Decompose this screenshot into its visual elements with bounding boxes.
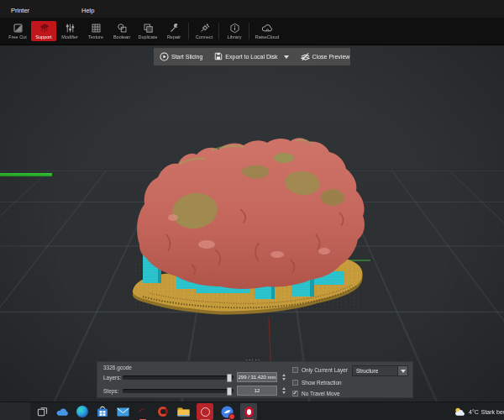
- toolbar-separator: [218, 23, 219, 39]
- viewport-3d-canvas[interactable]: [0, 45, 504, 402]
- windows-taskbar: 4°C Stark bewölkt: [0, 402, 504, 420]
- dropdown-arrow-button[interactable]: [397, 366, 407, 375]
- cloud-storage-icon[interactable]: [55, 405, 69, 418]
- show-retraction-checkbox[interactable]: [292, 380, 298, 386]
- save-icon: [214, 52, 223, 61]
- duplicate-icon: [143, 23, 154, 34]
- steps-slider[interactable]: [123, 389, 234, 393]
- only-current-layer-checkbox[interactable]: [292, 367, 298, 373]
- layers-label: Layers:: [103, 375, 121, 381]
- office-o-icon[interactable]: [156, 405, 170, 418]
- sun-cloud-icon: [454, 407, 466, 417]
- export-local-disk-button[interactable]: Export to Local Disk: [208, 48, 294, 66]
- edge-browser-icon[interactable]: [76, 405, 89, 418]
- no-travel-move-checkbox[interactable]: ✓: [292, 391, 298, 396]
- tool-support[interactable]: Support: [31, 21, 56, 41]
- opera-app-icon[interactable]: [240, 403, 257, 420]
- stepper-up-icon[interactable]: [282, 387, 286, 390]
- tool-texture[interactable]: Texture: [83, 21, 108, 41]
- toolbar-separator: [249, 23, 249, 39]
- tool-library[interactable]: Library: [222, 21, 247, 41]
- repair-icon: [169, 23, 180, 34]
- steps-value-field[interactable]: 12: [237, 386, 277, 396]
- tool-repair[interactable]: Repair: [161, 21, 186, 41]
- panel-drag-handle[interactable]: ·····: [245, 356, 260, 364]
- layers-slider[interactable]: [123, 375, 234, 380]
- support-icon: [39, 23, 50, 34]
- option-show-retraction[interactable]: Show Retraction: [292, 380, 342, 386]
- steps-label: Steps:: [103, 388, 118, 394]
- modifier-icon: [65, 23, 76, 34]
- library-icon: [229, 23, 240, 34]
- tool-connect[interactable]: Connect: [192, 21, 217, 41]
- boolean-icon: [117, 23, 128, 34]
- menu-bar: Printer Help: [0, 0, 504, 18]
- tool-raisecloud[interactable]: RaiseCloud: [252, 21, 282, 41]
- store-icon[interactable]: [96, 405, 109, 418]
- close-preview-button[interactable]: Close Preview: [295, 48, 356, 66]
- free-cut-icon: [13, 23, 24, 34]
- weather-temp: 4°C: [469, 409, 479, 415]
- stepper-down-icon[interactable]: [282, 391, 286, 394]
- stepper-down-icon[interactable]: [282, 378, 286, 381]
- layers-value-field[interactable]: 299 / 31.420 mm: [237, 372, 277, 382]
- layers-icon: [301, 52, 310, 62]
- stepper-up-icon[interactable]: [282, 374, 286, 376]
- mail-icon[interactable]: [116, 405, 129, 418]
- gcode-panel: ····· 3326.gcode Layers: 299 / 31.420 mm…: [97, 361, 413, 398]
- gcode-filename: 3326.gcode: [103, 365, 132, 370]
- red-app-icon[interactable]: [136, 405, 150, 418]
- texture-icon: [91, 23, 102, 34]
- blue-badge-app-icon[interactable]: [220, 405, 234, 418]
- main-toolbar: Free Cut Support Modifier Texture Boolea…: [0, 18, 504, 45]
- layers-stepper[interactable]: [280, 372, 287, 382]
- export-dropdown-caret-icon[interactable]: [284, 55, 289, 59]
- steps-stepper[interactable]: [280, 386, 287, 396]
- viewport-3d[interactable]: [0, 45, 504, 402]
- file-explorer-icon[interactable]: [176, 405, 190, 418]
- menu-printer[interactable]: Printer: [11, 7, 29, 14]
- notification-badge: [228, 413, 235, 420]
- task-view-icon[interactable]: [35, 405, 49, 418]
- layers-slider-thumb[interactable]: [227, 374, 232, 382]
- toolbar-separator: [188, 23, 189, 39]
- tool-modifier[interactable]: Modifier: [57, 21, 82, 41]
- preview-toolbar: Start Slicing Export to Local Disk Close…: [154, 48, 350, 66]
- taskbar-left-panel: [0, 402, 30, 420]
- weather-condition: Stark bewölkt: [481, 409, 504, 415]
- option-only-current-layer[interactable]: Only Current Layer: [292, 367, 348, 373]
- chevron-down-icon: [401, 370, 406, 373]
- option-no-travel-move[interactable]: ✓ No Travel Move: [292, 391, 340, 396]
- tool-boolean[interactable]: Boolean: [109, 21, 134, 41]
- weather-widget[interactable]: 4°C Stark bewölkt: [454, 402, 504, 420]
- model-rock: [137, 138, 365, 289]
- tool-duplicate[interactable]: Duplicate: [135, 21, 160, 41]
- start-slicing-button[interactable]: Start Slicing: [154, 48, 208, 66]
- structure-dropdown[interactable]: Structure: [352, 365, 408, 376]
- steps-slider-thumb[interactable]: [227, 387, 232, 396]
- raisecloud-icon: [261, 23, 274, 34]
- slicer-app-active-icon[interactable]: [197, 403, 213, 420]
- connect-icon: [199, 23, 210, 34]
- tool-free-cut[interactable]: Free Cut: [5, 21, 30, 41]
- play-icon: [160, 52, 169, 62]
- menu-help[interactable]: Help: [81, 7, 94, 14]
